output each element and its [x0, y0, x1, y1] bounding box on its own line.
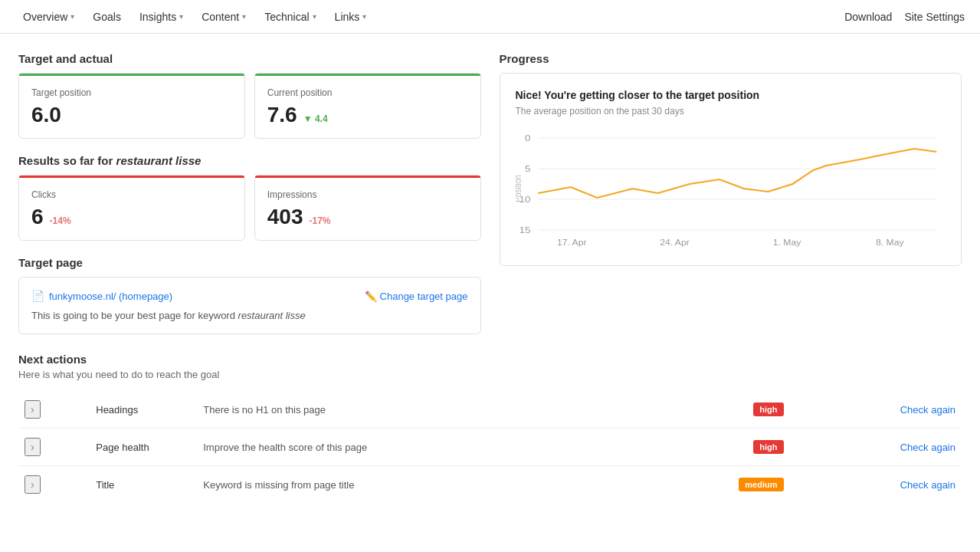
target-actual-cards: Target position 6.0 Current position 7.6…	[18, 73, 481, 139]
nav-label-goals: Goals	[93, 11, 121, 23]
results-cards: Clicks 6 -14% Impressions 403 -17%	[18, 175, 481, 241]
target-actual-section: Target and actual Target position 6.0 Cu…	[18, 52, 481, 139]
action-check-cell[interactable]: Check again	[790, 391, 962, 429]
nav-label-content: Content	[202, 11, 239, 23]
chevron-content-icon: ▾	[242, 12, 246, 21]
expand-button[interactable]: ›	[25, 438, 41, 456]
target-page-url-row: 📄 funkymoose.nl/ (homepage) ✏️ Change ta…	[31, 290, 468, 302]
action-badge-cell: high	[645, 429, 790, 466]
priority-badge: medium	[739, 478, 783, 491]
nav-left: Overview ▾ Goals Insights ▾ Content ▾ Te…	[15, 6, 374, 28]
action-row: › Title Keyword is missing from page tit…	[18, 466, 962, 504]
nav-item-links[interactable]: Links ▾	[327, 6, 375, 28]
svg-text:Position: Position	[516, 175, 523, 202]
target-page-url-text[interactable]: funkymoose.nl/ (homepage)	[49, 291, 172, 302]
chevron-insights-icon: ▾	[179, 12, 183, 21]
check-again-link[interactable]: Check again	[900, 442, 955, 453]
target-position-bar	[19, 74, 244, 76]
svg-text:0: 0	[525, 133, 531, 143]
current-position-value: 7.6 ▼ 4.4	[267, 103, 468, 127]
results-title: Results so far for restaurant lisse	[18, 154, 481, 167]
nav-label-links: Links	[335, 11, 360, 23]
target-page-url-left: 📄 funkymoose.nl/ (homepage)	[31, 290, 172, 302]
action-check-cell[interactable]: Check again	[790, 466, 962, 504]
action-row: › Page health Improve the health score o…	[18, 429, 962, 466]
target-page-card: 📄 funkymoose.nl/ (homepage) ✏️ Change ta…	[18, 277, 481, 334]
nav-item-insights[interactable]: Insights ▾	[132, 6, 191, 28]
target-actual-title: Target and actual	[18, 52, 481, 65]
nav-item-goals[interactable]: Goals	[85, 6, 129, 28]
progress-nice-message: Nice! You're getting closer to the targe…	[516, 89, 946, 101]
current-position-delta: ▼ 4.4	[303, 113, 328, 124]
action-check-cell[interactable]: Check again	[790, 429, 962, 466]
chevron-overview-icon: ▾	[70, 12, 74, 21]
impressions-label: Impressions	[267, 189, 468, 200]
two-col-layout: Target and actual Target position 6.0 Cu…	[18, 52, 962, 334]
target-position-card: Target position 6.0	[18, 73, 245, 139]
next-actions-title: Next actions	[18, 353, 962, 366]
target-page-section: Target page 📄 funkymoose.nl/ (homepage) …	[18, 256, 481, 334]
next-actions-subtitle: Here is what you need to do to reach the…	[18, 369, 962, 380]
edit-icon: ✏️	[365, 291, 377, 302]
progress-title: Progress	[500, 52, 962, 65]
clicks-label: Clicks	[31, 189, 232, 200]
expand-button[interactable]: ›	[25, 400, 41, 419]
left-column: Target and actual Target position 6.0 Cu…	[18, 52, 481, 334]
position-chart: 0 5 10 15 17. Apr 24. Apr	[516, 127, 946, 250]
nav-item-overview[interactable]: Overview ▾	[15, 6, 82, 28]
action-badge-cell: high	[645, 391, 790, 429]
expand-button[interactable]: ›	[25, 475, 41, 494]
page-icon: 📄	[31, 290, 44, 302]
nav-item-content[interactable]: Content ▾	[194, 6, 254, 28]
nav-label-overview: Overview	[23, 11, 67, 23]
action-row: › Headings There is no H1 on this page h…	[18, 391, 962, 429]
main-content: Target and actual Target position 6.0 Cu…	[0, 34, 980, 521]
action-description: Improve the health score of this page	[197, 429, 645, 466]
impressions-bar	[255, 176, 480, 178]
nav-label-insights: Insights	[139, 11, 176, 23]
chevron-links-icon: ▾	[362, 12, 366, 21]
svg-text:17. Apr: 17. Apr	[556, 238, 586, 247]
change-label: Change target page	[380, 291, 468, 302]
change-target-page-link[interactable]: ✏️ Change target page	[365, 291, 468, 302]
current-position-card: Current position 7.6 ▼ 4.4	[254, 73, 481, 139]
actions-table: › Headings There is no H1 on this page h…	[18, 391, 962, 503]
svg-text:15: 15	[519, 225, 530, 235]
clicks-card: Clicks 6 -14%	[18, 175, 245, 241]
svg-text:8. May: 8. May	[875, 238, 903, 247]
target-page-title: Target page	[18, 256, 481, 269]
action-description: There is no H1 on this page	[197, 391, 645, 429]
priority-badge: high	[753, 402, 783, 416]
target-position-label: Target position	[31, 87, 232, 98]
right-column: Progress Nice! You're getting closer to …	[500, 52, 962, 334]
svg-text:1. May: 1. May	[772, 238, 801, 247]
current-position-label: Current position	[267, 87, 468, 98]
action-description: Keyword is missing from page title	[197, 466, 645, 504]
svg-text:24. Apr: 24. Apr	[660, 238, 690, 247]
results-section: Results so far for restaurant lisse Clic…	[18, 154, 481, 241]
clicks-value: 6 -14%	[31, 205, 232, 229]
chevron-technical-icon: ▾	[313, 12, 316, 21]
svg-text:5: 5	[525, 164, 531, 174]
next-actions-section: Next actions Here is what you need to do…	[18, 353, 962, 503]
current-position-bar	[255, 74, 480, 76]
check-again-link[interactable]: Check again	[900, 479, 955, 491]
nav-download-link[interactable]: Download	[844, 11, 892, 23]
action-name: Page health	[90, 429, 197, 466]
action-badge-cell: medium	[645, 466, 790, 504]
target-page-description: This is going to be your best page for k…	[31, 310, 468, 321]
clicks-bar	[19, 176, 244, 178]
chart-line	[538, 149, 936, 198]
progress-card: Nice! You're getting closer to the targe…	[500, 73, 962, 266]
check-again-link[interactable]: Check again	[900, 404, 955, 416]
impressions-value: 403 -17%	[267, 205, 468, 229]
nav-item-technical[interactable]: Technical ▾	[257, 6, 323, 28]
action-name: Headings	[90, 391, 197, 429]
nav-site-settings-link[interactable]: Site Settings	[904, 11, 965, 23]
clicks-delta: -14%	[50, 215, 71, 226]
nav-label-technical: Technical	[264, 11, 309, 23]
action-name: Title	[90, 466, 197, 504]
navbar: Overview ▾ Goals Insights ▾ Content ▾ Te…	[0, 0, 980, 34]
priority-badge: high	[753, 440, 783, 454]
progress-sub-message: The average position on the past 30 days	[516, 106, 946, 117]
